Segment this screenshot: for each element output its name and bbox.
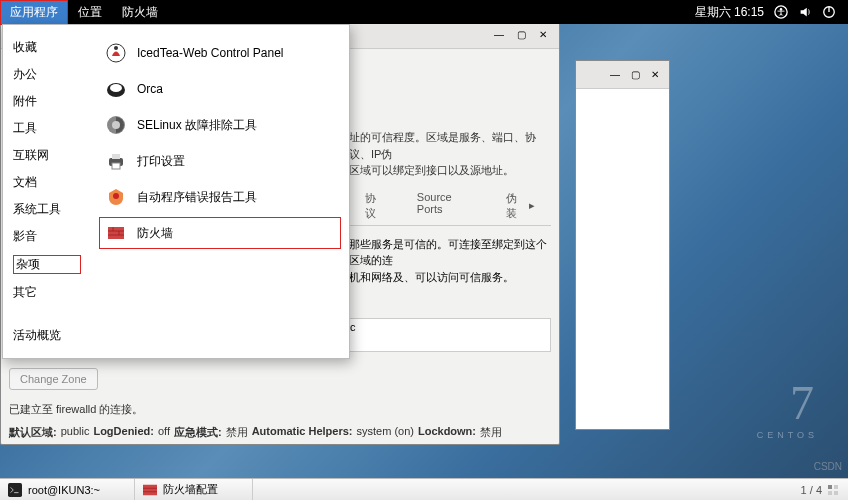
menu-item-label: 打印设置 bbox=[137, 153, 185, 170]
workspace-grid-icon[interactable] bbox=[828, 485, 838, 495]
svg-rect-24 bbox=[834, 485, 838, 489]
orca-icon bbox=[105, 78, 127, 100]
category-office[interactable]: 办公 bbox=[13, 66, 81, 83]
topbar-status: 星期六 16:15 bbox=[695, 4, 848, 21]
firewall-icon bbox=[143, 483, 157, 497]
centos-logo: 7 CENTOS bbox=[757, 375, 818, 440]
firewall-footer: Change Zone bbox=[1, 360, 559, 398]
printer-icon bbox=[105, 150, 127, 172]
menu-item-label: 防火墙 bbox=[137, 225, 173, 242]
svg-rect-14 bbox=[108, 227, 124, 239]
task-label: root@IKUN3:~ bbox=[28, 484, 100, 496]
menu-firewall[interactable]: 防火墙 bbox=[112, 0, 168, 25]
svg-rect-25 bbox=[828, 491, 832, 495]
task-label: 防火墙配置 bbox=[163, 482, 218, 497]
change-zone-button[interactable]: Change Zone bbox=[9, 368, 98, 390]
chevron-right-icon: ▸ bbox=[529, 199, 535, 212]
menu-applications[interactable]: 应用程序 bbox=[0, 0, 68, 25]
firewall-icon bbox=[105, 222, 127, 244]
applications-menu: 收藏 办公 附件 工具 互联网 文档 系统工具 影音 杂项 其它 活动概览 Ic… bbox=[2, 24, 350, 359]
svg-point-13 bbox=[113, 193, 119, 199]
icedtea-icon bbox=[105, 42, 127, 64]
svg-point-1 bbox=[780, 8, 783, 11]
svg-rect-19 bbox=[8, 483, 22, 497]
topbar-menu: 应用程序 位置 防火墙 bbox=[0, 0, 168, 25]
menu-item-firewall[interactable]: 防火墙 bbox=[99, 217, 341, 249]
menu-item-label: IcedTea-Web Control Panel bbox=[137, 46, 284, 60]
menu-items: IcedTea-Web Control Panel Orca SELinux 故… bbox=[91, 25, 349, 358]
workspace-indicator[interactable]: 1 / 4 bbox=[801, 484, 822, 496]
watermark: CSDN bbox=[814, 461, 842, 472]
menu-item-label: SELinux 故障排除工具 bbox=[137, 117, 257, 134]
tab-source-ports[interactable]: Source Ports bbox=[401, 187, 490, 225]
menu-item-icedtea[interactable]: IcedTea-Web Control Panel bbox=[99, 37, 341, 69]
taskbar: root@IKUN3:~ 防火墙配置 1 / 4 bbox=[0, 478, 848, 500]
category-internet[interactable]: 互联网 bbox=[13, 147, 81, 164]
menu-item-label: 自动程序错误报告工具 bbox=[137, 189, 257, 206]
svg-rect-23 bbox=[828, 485, 832, 489]
centos-version: 7 bbox=[757, 375, 818, 430]
svg-rect-20 bbox=[143, 484, 157, 495]
status-line2: 默认区域:public LogDenied:off 应急模式:禁用 Automa… bbox=[1, 421, 559, 444]
taskbar-right: 1 / 4 bbox=[791, 484, 848, 496]
menu-item-label: Orca bbox=[137, 82, 163, 96]
top-bar: 应用程序 位置 防火墙 星期六 16:15 bbox=[0, 0, 848, 24]
category-tools[interactable]: 工具 bbox=[13, 120, 81, 137]
svg-point-5 bbox=[114, 46, 118, 50]
task-terminal[interactable]: root@IKUN3:~ bbox=[0, 479, 135, 500]
menu-item-selinux[interactable]: SELinux 故障排除工具 bbox=[99, 109, 341, 141]
centos-name: CENTOS bbox=[757, 430, 818, 440]
power-icon[interactable] bbox=[822, 5, 836, 19]
svg-point-9 bbox=[112, 121, 120, 129]
svg-rect-26 bbox=[834, 491, 838, 495]
category-sundry[interactable]: 杂项 bbox=[13, 255, 81, 274]
datetime-label: 星期六 16:15 bbox=[695, 4, 764, 21]
close-button[interactable]: ✕ bbox=[535, 27, 551, 43]
minimize-button[interactable]: — bbox=[491, 27, 507, 43]
status-line1: 已建立至 firewalld 的连接。 bbox=[1, 398, 559, 421]
terminal-icon bbox=[8, 483, 22, 497]
tab-masquerade[interactable]: 伪装▸ bbox=[490, 187, 551, 225]
blank-titlebar: — ▢ ✕ bbox=[576, 61, 669, 89]
blank-window: — ▢ ✕ bbox=[575, 60, 670, 430]
category-favorites[interactable]: 收藏 bbox=[13, 39, 81, 56]
category-accessories[interactable]: 附件 bbox=[13, 93, 81, 110]
svg-rect-12 bbox=[112, 163, 120, 169]
bug-report-icon bbox=[105, 186, 127, 208]
category-system-tools[interactable]: 系统工具 bbox=[13, 201, 81, 218]
menu-places[interactable]: 位置 bbox=[68, 0, 112, 25]
activities-overview[interactable]: 活动概览 bbox=[13, 327, 81, 344]
category-audio-video[interactable]: 影音 bbox=[13, 228, 81, 245]
minimize-button[interactable]: — bbox=[607, 67, 623, 83]
maximize-button[interactable]: ▢ bbox=[513, 27, 529, 43]
menu-item-print-settings[interactable]: 打印设置 bbox=[99, 145, 341, 177]
category-documents[interactable]: 文档 bbox=[13, 174, 81, 191]
volume-icon[interactable] bbox=[798, 5, 812, 19]
svg-point-7 bbox=[110, 84, 122, 92]
menu-item-orca[interactable]: Orca bbox=[99, 73, 341, 105]
category-other[interactable]: 其它 bbox=[13, 284, 81, 301]
svg-rect-11 bbox=[112, 154, 120, 159]
tab-protocol[interactable]: 协议 bbox=[349, 187, 401, 225]
task-firewall[interactable]: 防火墙配置 bbox=[135, 479, 253, 500]
maximize-button[interactable]: ▢ bbox=[627, 67, 643, 83]
menu-item-abrt[interactable]: 自动程序错误报告工具 bbox=[99, 181, 341, 213]
menu-categories: 收藏 办公 附件 工具 互联网 文档 系统工具 影音 杂项 其它 活动概览 bbox=[3, 25, 91, 358]
accessibility-icon[interactable] bbox=[774, 5, 788, 19]
close-button[interactable]: ✕ bbox=[647, 67, 663, 83]
selinux-icon bbox=[105, 114, 127, 136]
